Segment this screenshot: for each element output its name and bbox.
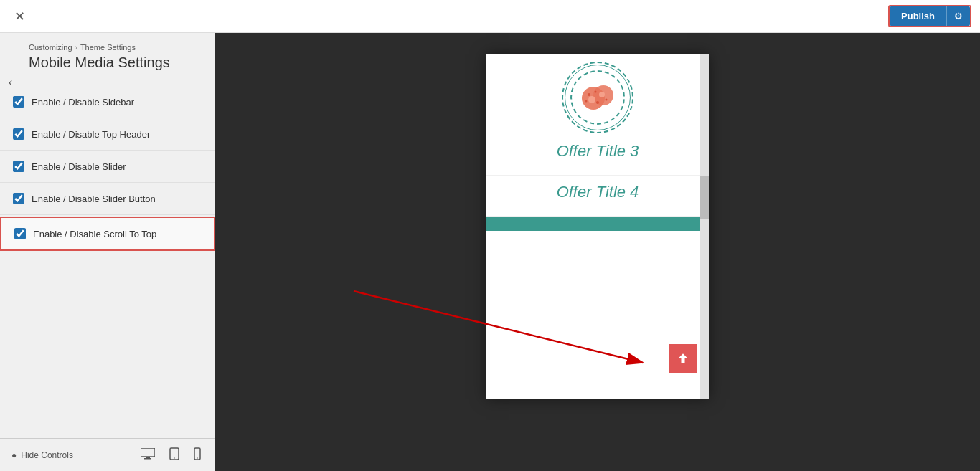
svg-point-13 — [595, 91, 597, 93]
svg-rect-0 — [141, 448, 155, 457]
back-button[interactable]: ‹ — [0, 66, 21, 99]
sidebar-footer: ● Hide Controls — [0, 438, 215, 471]
svg-point-12 — [596, 101, 599, 104]
preview-footer-bar — [486, 217, 709, 231]
frame-scrollbar[interactable] — [700, 54, 709, 399]
preview-frame: Offer Title 3 Offer Title 4 — [486, 54, 709, 399]
svg-point-11 — [588, 93, 590, 96]
page-title: Mobile Media Settings — [29, 54, 204, 71]
top-bar: ✕ Publish ⚙ — [0, 0, 980, 33]
checkbox-slider[interactable] — [13, 161, 24, 172]
preview-frame-container: Offer Title 3 Offer Title 4 — [486, 54, 709, 399]
svg-rect-1 — [146, 457, 150, 458]
checkbox-label-slider: Enable / Disable Slider — [32, 161, 126, 172]
svg-point-8 — [593, 85, 613, 105]
checkbox-slider-button[interactable] — [13, 193, 24, 204]
svg-point-7 — [582, 87, 605, 110]
breadcrumb: Customizing › Theme Settings — [29, 43, 204, 52]
checkbox-scroll-top[interactable] — [14, 228, 26, 239]
scroll-to-top-button[interactable] — [669, 344, 697, 373]
gear-button[interactable]: ⚙ — [946, 6, 970, 26]
main-layout: ‹ Customizing › Theme Settings Mobile Me… — [0, 33, 980, 471]
checkbox-item-slider: Enable / Disable Slider — [0, 151, 215, 183]
svg-point-15 — [585, 100, 588, 103]
checkbox-item-slider-button: Enable / Disable Slider Button — [0, 183, 215, 215]
checkbox-item-top-header: Enable / Disable Top Header — [0, 118, 215, 151]
mobile-icon-button[interactable] — [191, 444, 204, 466]
checkbox-top-header[interactable] — [13, 128, 24, 140]
breadcrumb-arrow: › — [75, 44, 77, 52]
hide-controls-label: Hide Controls — [21, 450, 73, 460]
publish-button[interactable]: Publish — [890, 6, 946, 26]
preview-area: Offer Title 3 Offer Title 4 — [215, 33, 980, 471]
offer-badge-3 — [562, 62, 633, 133]
checkbox-label-top-header: Enable / Disable Top Header — [32, 129, 150, 140]
frame-scrollbar-thumb[interactable] — [700, 176, 709, 219]
hide-controls-button[interactable]: ● Hide Controls — [11, 450, 73, 460]
svg-point-10 — [599, 92, 605, 97]
cookie-icon — [579, 82, 616, 113]
svg-point-14 — [606, 99, 608, 101]
checkbox-item-scroll-top: Enable / Disable Scroll To Top — [0, 217, 215, 251]
breadcrumb-part1: Customizing — [29, 43, 72, 52]
publish-area: Publish ⚙ — [888, 5, 971, 27]
close-button[interactable]: ✕ — [9, 6, 31, 27]
device-icons — [138, 444, 204, 466]
svg-point-6 — [197, 457, 198, 459]
breadcrumb-part2: Theme Settings — [80, 43, 136, 52]
checkbox-label-slider-button: Enable / Disable Slider Button — [32, 194, 156, 204]
checkbox-label-sidebar: Enable / Disable Sidebar — [32, 97, 134, 108]
eye-icon: ● — [11, 450, 17, 460]
svg-point-4 — [174, 457, 175, 459]
checkbox-item-sidebar: Enable / Disable Sidebar — [0, 86, 215, 118]
sidebar-content: Enable / Disable Sidebar Enable / Disabl… — [0, 77, 215, 438]
sidebar-header: Customizing › Theme Settings Mobile Medi… — [0, 33, 215, 77]
arrow-up-icon — [676, 351, 690, 366]
desktop-icon-button[interactable] — [138, 444, 158, 466]
offer-item-3: Offer Title 3 — [486, 54, 709, 176]
svg-point-9 — [588, 96, 595, 103]
sidebar: ‹ Customizing › Theme Settings Mobile Me… — [0, 33, 215, 471]
tablet-icon-button[interactable] — [166, 444, 182, 466]
checkbox-label-scroll-top: Enable / Disable Scroll To Top — [33, 229, 156, 239]
badge-inner-circle-3 — [570, 70, 625, 125]
offer-item-4: Offer Title 4 — [486, 176, 709, 217]
offer-title-4: Offer Title 4 — [557, 183, 639, 201]
offer-title-3: Offer Title 3 — [557, 142, 639, 161]
svg-rect-2 — [144, 458, 151, 460]
